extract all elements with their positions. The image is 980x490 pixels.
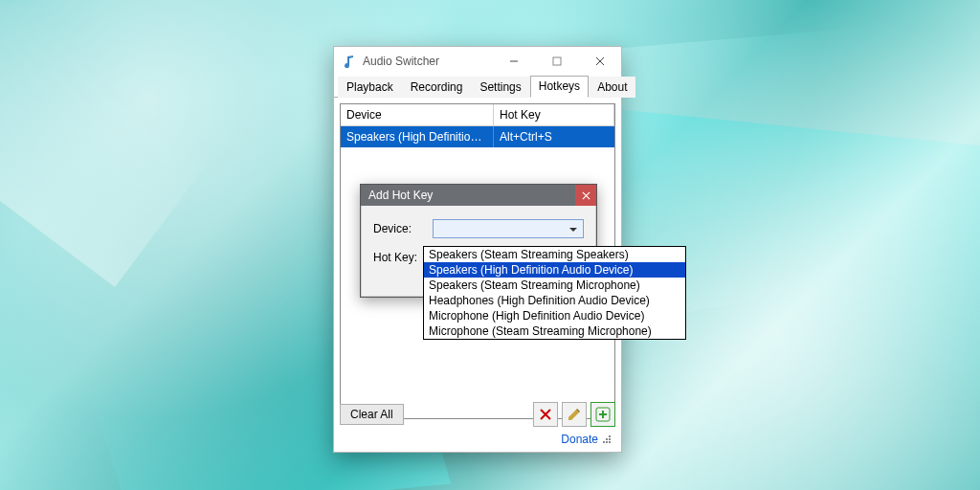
titlebar[interactable]: Audio Switcher bbox=[334, 47, 621, 76]
cell-hotkey: Alt+Ctrl+S bbox=[494, 126, 614, 147]
dropdown-option[interactable]: Speakers (Steam Streaming Microphone) bbox=[424, 278, 685, 293]
app-icon bbox=[342, 54, 357, 69]
tab-recording[interactable]: Recording bbox=[402, 77, 472, 98]
cell-device: Speakers (High Definition A... bbox=[341, 126, 494, 147]
dropdown-option[interactable]: Microphone (High Definition Audio Device… bbox=[424, 308, 685, 323]
hotkey-label: Hot Key: bbox=[373, 251, 425, 264]
maximize-button[interactable] bbox=[535, 47, 578, 76]
desktop-wallpaper: Audio Switcher Playback Recording Settin… bbox=[0, 0, 980, 490]
column-header-hotkey[interactable]: Hot Key bbox=[494, 104, 614, 126]
edit-hotkey-button[interactable] bbox=[562, 402, 587, 427]
clear-all-button[interactable]: Clear All bbox=[340, 404, 404, 425]
tab-playback[interactable]: Playback bbox=[338, 77, 402, 98]
svg-rect-0 bbox=[553, 57, 561, 65]
table-row[interactable]: Speakers (High Definition A... Alt+Ctrl+… bbox=[341, 126, 614, 147]
dropdown-option[interactable]: Speakers (High Definition Audio Device) bbox=[424, 262, 685, 278]
tab-hotkeys[interactable]: Hotkeys bbox=[530, 76, 589, 98]
delete-hotkey-button[interactable] bbox=[533, 402, 558, 427]
donate-link[interactable]: Donate bbox=[561, 433, 598, 446]
add-hotkey-button[interactable] bbox=[590, 402, 615, 427]
dropdown-option[interactable]: Speakers (Steam Streaming Speakers) bbox=[424, 247, 685, 262]
resize-grip[interactable] bbox=[602, 434, 612, 444]
tab-about[interactable]: About bbox=[589, 77, 635, 98]
dropdown-option[interactable]: Microphone (Steam Streaming Microphone) bbox=[424, 323, 685, 339]
column-header-device[interactable]: Device bbox=[341, 104, 494, 126]
minimize-button[interactable] bbox=[492, 47, 535, 76]
dialog-titlebar[interactable]: Add Hot Key bbox=[361, 185, 596, 206]
app-title: Audio Switcher bbox=[363, 55, 439, 68]
dialog-title: Add Hot Key bbox=[368, 189, 433, 202]
chevron-down-icon bbox=[566, 222, 581, 237]
device-combobox[interactable] bbox=[433, 219, 584, 238]
close-button[interactable] bbox=[578, 47, 621, 76]
tab-settings[interactable]: Settings bbox=[471, 77, 529, 98]
device-label: Device: bbox=[373, 222, 425, 235]
device-dropdown-list[interactable]: Speakers (Steam Streaming Speakers) Spea… bbox=[423, 246, 686, 340]
tab-strip: Playback Recording Settings Hotkeys Abou… bbox=[334, 76, 621, 98]
dialog-close-button[interactable] bbox=[575, 185, 596, 206]
dropdown-option[interactable]: Headphones (High Definition Audio Device… bbox=[424, 293, 685, 308]
